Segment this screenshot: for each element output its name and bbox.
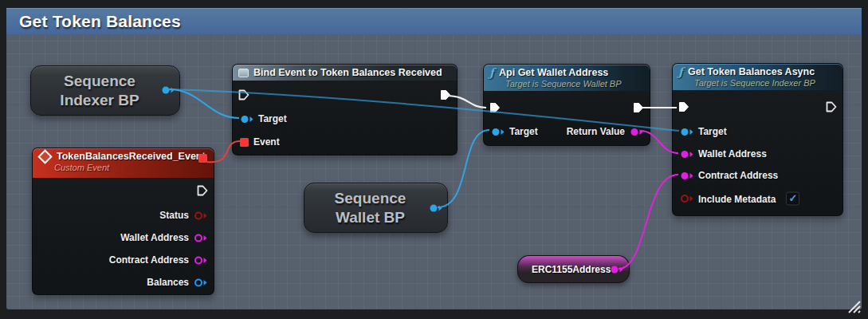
graph-title: Get Token Balances [6,12,181,31]
node-erc1155-address[interactable]: ERC1155Address [517,255,630,283]
delegate-pin-icon [240,138,249,147]
pin-return-value[interactable]: Return Value [567,126,643,137]
custom-event-header[interactable]: TokenBalancesReceived_Event Custom Event [33,148,214,178]
pin-label: Contract Address [109,254,189,266]
string-pin-icon [610,265,623,275]
exec-out-pin[interactable] [633,102,644,116]
exec-in-pin[interactable] [678,101,689,116]
node-api-get-wallet-address[interactable]: ƒ Api Get Wallet Address Target is Seque… [483,64,650,146]
object-pin-icon [680,127,693,137]
function-icon: ƒ [678,67,683,77]
pin-wallet-address[interactable]: Wallet Address [680,148,767,160]
bind-event-header[interactable]: Bind Event to Token Balances Received [233,65,457,81]
pin-sequence-wallet-output[interactable] [429,203,442,214]
exec-out-pin[interactable] [197,185,208,199]
node-sequence-wallet-bp[interactable]: Sequence Wallet BP [304,183,448,233]
pin-label: Contract Address [698,170,778,181]
pin-target[interactable]: Target [680,126,727,137]
function-icon: ƒ [489,68,494,77]
pin-label: Status [159,210,189,221]
delegate-out-pin[interactable] [198,154,207,163]
node-label-line1: Sequence [60,72,139,90]
object-pin-icon [194,278,207,288]
node-custom-event[interactable]: TokenBalancesReceived_Event Custom Event… [32,148,214,295]
include-metadata-checkbox[interactable]: ✓ [786,192,799,206]
pin-label: Target [258,113,287,124]
node-title: Get Token Balances Async [688,66,815,77]
pin-wallet-address[interactable]: Wallet Address [120,232,207,243]
exec-out-pin[interactable] [826,101,837,116]
pin-label: Wallet Address [120,232,189,243]
string-pin-icon [680,171,693,181]
node-subtitle: Target is Sequence Wallet BP [489,79,643,89]
pin-label: Return Value [567,126,625,137]
object-pin-icon [240,114,253,124]
variable-label: ERC1155Address [518,264,611,275]
pin-contract-address[interactable]: Contract Address [109,254,207,266]
object-pin-icon [429,203,442,214]
pin-status[interactable]: Status [159,210,207,221]
node-title: TokenBalancesReceived_Event [57,151,206,162]
pin-label: Wallet Address [698,148,767,160]
object-pin-icon [161,85,175,96]
node-subtitle: Custom Event [38,163,207,172]
function-node-header[interactable]: ƒ Api Get Wallet Address Target is Seque… [484,65,650,91]
pin-target[interactable]: Target [240,113,287,124]
bind-event-icon [238,69,249,77]
node-get-token-balances-async[interactable]: ƒ Get Token Balances Async Target is Seq… [672,63,843,216]
blueprint-editor-frame: Get Token Balances Sequence Indexer BP B… [0,0,868,319]
object-pin-icon [491,127,505,137]
pin-label: Include Metadata [698,193,776,204]
exec-in-pin[interactable] [489,102,501,116]
function-node-header[interactable]: ƒ Get Token Balances Async Target is Seq… [673,64,842,90]
bool-pin-icon [194,211,207,221]
pin-include-metadata[interactable]: Include Metadata ✓ [680,192,799,206]
custom-event-icon [37,149,52,163]
string-pin-icon [194,233,207,243]
node-bind-event[interactable]: Bind Event to Token Balances Received Ta… [232,64,458,156]
pin-erc1155-output[interactable] [610,265,623,275]
pin-contract-address[interactable]: Contract Address [680,170,778,181]
pin-sequence-indexer-output[interactable] [161,85,175,96]
node-title: Api Get Wallet Address [499,67,608,78]
node-label-line1: Sequence [335,189,407,207]
node-subtitle: Target is Sequence Indexer BP [678,78,836,88]
node-title: Bind Event to Token Balances Received [253,67,442,78]
string-pin-icon [680,149,693,160]
node-sequence-indexer-bp[interactable]: Sequence Indexer BP [30,65,180,116]
pin-target[interactable]: Target [491,126,538,137]
pin-label: Target [509,126,538,137]
window-resize-handle[interactable] [846,300,863,314]
exec-in-pin[interactable] [238,89,249,104]
node-label-line2: Indexer BP [60,91,139,109]
string-pin-icon [194,255,207,266]
pin-event[interactable]: Event [240,136,280,148]
pin-label: Event [253,136,280,148]
comment-title-bar[interactable]: Get Token Balances [6,8,862,34]
exec-out-pin[interactable] [440,89,451,104]
node-label-line2: Wallet BP [335,208,407,226]
bool-pin-icon [680,194,693,204]
string-pin-icon [630,127,643,137]
pin-label: Target [698,126,727,137]
pin-label: Balances [147,277,189,288]
pin-balances[interactable]: Balances [147,277,207,288]
